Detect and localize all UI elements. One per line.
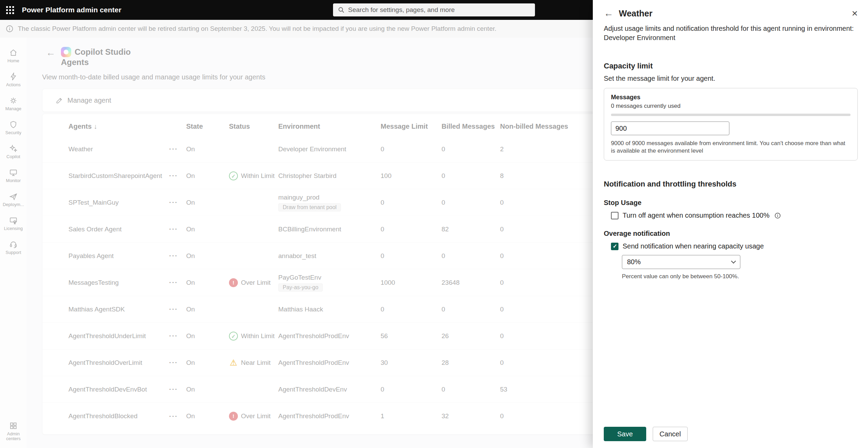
sidebar-item-support[interactable]: Support — [0, 235, 27, 259]
row-more-button[interactable]: ··· — [169, 359, 186, 367]
billed-messages-value: 0 — [442, 199, 500, 206]
status-label: Near Limit — [241, 359, 271, 367]
agent-state: On — [186, 332, 229, 340]
agent-state: On — [186, 199, 229, 206]
page-subtitle: View month-to-date billed usage and mana… — [42, 73, 265, 81]
row-more-button[interactable]: ··· — [169, 145, 186, 153]
agent-name: Sales Order Agent — [68, 226, 169, 233]
sidebar-item-label: Security — [5, 130, 22, 135]
panel-description: Adjust usage limits and notification thr… — [604, 24, 858, 42]
column-header-message-limit[interactable]: Message Limit — [381, 123, 442, 130]
status-cell: Within Limit — [229, 171, 278, 180]
info-tooltip-icon[interactable] — [774, 212, 781, 219]
headset-icon — [9, 240, 18, 249]
message-limit-value: 30 — [381, 359, 442, 367]
sidebar-item-monitor[interactable]: Monitor — [0, 164, 27, 188]
cancel-button[interactable]: Cancel — [653, 427, 688, 441]
environment-name: AgentThresholdDevEnv — [278, 386, 347, 393]
row-more-button[interactable]: ··· — [169, 332, 186, 340]
environment-name: BCBillingEnvironment — [278, 226, 341, 233]
status-label: Over Limit — [241, 279, 271, 286]
page-header: ← Copilot Studio Agents — [46, 47, 131, 67]
status-label: Within Limit — [241, 172, 275, 180]
environment-name: PayGoTestEnv — [278, 274, 321, 281]
row-more-button[interactable]: ··· — [169, 225, 186, 233]
chevron-down-icon — [731, 259, 736, 264]
row-more-button[interactable]: ··· — [169, 172, 186, 180]
environment-badge: Draw from tenant pool — [278, 203, 341, 212]
home-icon — [9, 48, 18, 57]
environment-name: AgentThresholdProdEnv — [278, 332, 349, 340]
environment-name: Developer Environment — [278, 145, 346, 153]
row-more-button[interactable]: ··· — [169, 412, 186, 420]
percent-threshold-value: 80% — [627, 258, 641, 266]
sidebar-item-licensing[interactable]: Licensing — [0, 212, 27, 235]
row-more-button[interactable]: ··· — [169, 385, 186, 393]
status-icon — [229, 358, 238, 367]
back-button[interactable]: ← — [46, 47, 55, 67]
panel-back-button[interactable]: ← — [604, 8, 613, 19]
billed-messages-value: 32 — [442, 412, 500, 420]
global-search-input[interactable]: Search for settings, pages, and more — [333, 3, 535, 16]
close-icon[interactable]: × — [852, 8, 858, 18]
agent-state: On — [186, 359, 229, 367]
sidebar-item-copilot[interactable]: Copilot — [0, 140, 27, 164]
environment-cell: Developer Environment — [278, 145, 381, 153]
save-button[interactable]: Save — [604, 427, 646, 441]
overage-notification-checkbox[interactable] — [611, 243, 618, 250]
billed-messages-value: 26 — [442, 332, 500, 340]
manage-agent-button[interactable]: Manage agent — [56, 97, 111, 104]
app-root: Power Platform admin center Search for s… — [0, 0, 868, 448]
rocket-icon — [9, 192, 18, 201]
column-header-billed[interactable]: Billed Messages — [442, 123, 500, 130]
column-header-environment[interactable]: Environment — [278, 123, 381, 130]
sidebar-item-security[interactable]: Security — [0, 116, 27, 140]
percent-threshold-dropdown[interactable]: 80% — [622, 255, 740, 269]
panel-header: ← Weather × — [604, 0, 858, 19]
environment-badge: Pay-as-you-go — [278, 283, 323, 292]
row-more-button[interactable]: ··· — [169, 305, 186, 313]
status-cell: Within Limit — [229, 332, 278, 341]
gear-icon — [9, 96, 18, 105]
lightning-icon — [9, 72, 18, 81]
agent-name: AgentThresholdOverLimit — [68, 359, 169, 367]
messages-limit-card: Messages 0 messages currently used 9000 … — [604, 88, 858, 161]
app-launcher-button[interactable] — [0, 0, 20, 20]
messages-usage-text: 0 messages currently used — [611, 103, 851, 110]
sidebar-item-home[interactable]: Home — [0, 44, 27, 68]
status-cell: Over Limit — [229, 412, 278, 421]
monitor-icon — [9, 168, 18, 177]
row-more-button[interactable]: ··· — [169, 199, 186, 206]
row-more-button[interactable]: ··· — [169, 279, 186, 286]
environment-cell: AgentThresholdProdEnv — [278, 412, 381, 420]
sidebar-item-label: Licensing — [4, 226, 23, 231]
column-header-state[interactable]: State — [186, 123, 229, 130]
sidebar-item-manage[interactable]: Manage — [0, 92, 27, 116]
status-label: Within Limit — [241, 332, 275, 340]
sidebar-item-deployment[interactable]: Deploym... — [0, 188, 27, 212]
status-cell: Over Limit — [229, 278, 278, 287]
overage-notification-label: Send notification when nearing capacity … — [623, 242, 764, 250]
sidebar-item-label: Support — [5, 250, 21, 255]
environment-cell: mainguy_prod Draw from tenant pool — [278, 194, 381, 212]
agent-name: Matthias AgentSDK — [68, 306, 169, 313]
billed-messages-value: 28 — [442, 359, 500, 367]
billed-messages-value: 0 — [442, 306, 500, 313]
agent-state: On — [186, 145, 229, 153]
agent-name: Payables Agent — [68, 252, 169, 260]
row-more-button[interactable]: ··· — [169, 252, 186, 260]
status-label: Over Limit — [241, 412, 271, 420]
column-header-status[interactable]: Status — [229, 123, 278, 130]
column-header-agents[interactable]: Agents↓ — [68, 123, 169, 130]
stop-usage-checkbox[interactable] — [611, 212, 618, 219]
agent-state: On — [186, 386, 229, 393]
sidebar-item-admin-centers[interactable]: Admin centers — [0, 419, 27, 443]
agent-state: On — [186, 252, 229, 260]
environment-cell: AgentThresholdProdEnv — [278, 332, 381, 340]
sidebar-item-actions[interactable]: Actions — [0, 68, 27, 92]
message-limit-value: 0 — [381, 145, 442, 153]
billed-messages-value: 82 — [442, 226, 500, 233]
sidebar: Home Actions Manage Security — [0, 38, 27, 448]
environment-cell: AgentThresholdProdEnv — [278, 359, 381, 367]
message-limit-input[interactable] — [611, 121, 729, 135]
